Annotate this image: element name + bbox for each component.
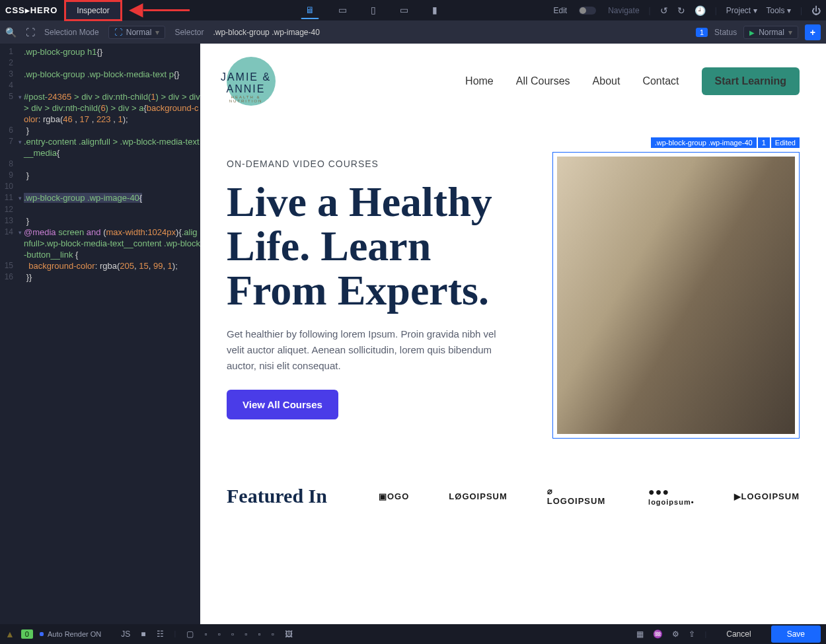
selector-label: Selector: [174, 28, 204, 37]
brand-logo: CSS▸HERO: [5, 5, 57, 15]
selection-mode-dropdown[interactable]: ⛶ Normal ▾: [108, 26, 166, 39]
subbar: 🔍 ⛶ Selection Mode ⛶ Normal ▾ Selector 1…: [0, 21, 826, 44]
nav-contact[interactable]: Contact: [642, 75, 679, 87]
power-icon[interactable]: ⏻: [811, 5, 821, 16]
selector-input[interactable]: [213, 28, 371, 37]
cta-start-learning[interactable]: Start Learning: [702, 67, 800, 95]
tools-dropdown[interactable]: Tools: [767, 6, 791, 15]
hero-lead: Get healthier by following lorem Ipsum. …: [227, 326, 504, 374]
bottombar: ▲ 0 Auto Render ON JS ■ ☷ | ▢ ▫ ▫ ▫ ▫ ▫ …: [0, 624, 826, 644]
tablet-landscape-icon[interactable]: ▭: [395, 1, 413, 19]
device-switcher: 🖥 ▭ ▯ ▭ ▮: [190, 1, 554, 19]
hero-section: ON-DEMAND VIDEO COURSES Live a Healthy L…: [200, 119, 826, 465]
undo-icon[interactable]: ↺: [660, 5, 668, 16]
screen-icon[interactable]: ▫: [258, 629, 261, 639]
cancel-button[interactable]: Cancel: [716, 626, 761, 643]
add-button[interactable]: +: [805, 24, 821, 40]
nav-about[interactable]: About: [593, 75, 620, 87]
inspector-tab[interactable]: Inspector: [64, 0, 122, 21]
history-icon[interactable]: 🕘: [695, 5, 706, 16]
mobile-icon[interactable]: ▮: [428, 1, 442, 19]
site-header: JAMIE & ANNIE HEALTH & NUTRITION Home Al…: [200, 44, 826, 119]
js-button[interactable]: JS: [121, 629, 130, 639]
export-icon[interactable]: ⇪: [689, 629, 695, 639]
selection-mode-label: Selection Mode: [44, 28, 99, 37]
featured-title: Featured In: [227, 485, 339, 507]
code-editor[interactable]: 1.wp-block-group h1{} 2 3.wp-block-group…: [0, 44, 200, 624]
status-dropdown[interactable]: ▶ Normal ▾: [743, 26, 798, 39]
selected-element-outline[interactable]: [552, 152, 800, 439]
partner-logo: ●●●logoipsum•: [648, 486, 694, 506]
hero-image: [557, 157, 795, 434]
screen-icon[interactable]: ▫: [204, 629, 207, 639]
screen-icon[interactable]: ▫: [218, 629, 221, 639]
redo-icon[interactable]: ↻: [677, 5, 685, 16]
edit-navigate-toggle[interactable]: [579, 7, 596, 15]
partner-logo: ▣OGO: [379, 491, 409, 501]
view-courses-button[interactable]: View All Courses: [227, 390, 338, 419]
hierarchy-icon[interactable]: ☷: [157, 629, 164, 639]
tablet-icon[interactable]: ▯: [366, 1, 381, 19]
featured-section: Featured In ▣OGO LØGOIPSUM ⌀ LOGOIPSUM ●…: [200, 465, 826, 547]
match-count-badge: 1: [696, 28, 708, 37]
selection-overlay: .wp-block-group .wp-image-40 1 Edited: [651, 137, 800, 148]
partner-logo: LØGOIPSUM: [449, 491, 507, 501]
annotation-arrow: ◀: [129, 0, 143, 20]
grid-icon[interactable]: ▦: [636, 629, 644, 639]
screen-icon[interactable]: ▫: [231, 629, 234, 639]
video-icon[interactable]: ■: [141, 629, 145, 639]
navigate-label: Navigate: [608, 6, 639, 15]
expand-icon[interactable]: ⛶: [26, 27, 35, 38]
screen-icon[interactable]: ▫: [244, 629, 247, 639]
site-logo[interactable]: JAMIE & ANNIE HEALTH & NUTRITION: [227, 57, 276, 106]
image-icon[interactable]: 🖼: [285, 629, 293, 639]
screen-icon[interactable]: ▫: [272, 629, 274, 639]
status-label: Status: [714, 28, 737, 37]
search-icon[interactable]: 🔍: [5, 27, 17, 38]
selection-count-chip: 1: [758, 137, 770, 148]
partner-logo: ⌀ LOGOIPSUM: [547, 486, 609, 506]
save-button[interactable]: Save: [771, 626, 821, 643]
hero-kicker: ON-DEMAND VIDEO COURSES: [227, 159, 526, 169]
partner-logo: ▶LOGOIPSUM: [734, 491, 800, 501]
edit-label: Edit: [554, 6, 568, 15]
topbar: CSS▸HERO Inspector ◀ 🖥 ▭ ▯ ▭ ▮ Edit Navi…: [0, 0, 826, 21]
nav-courses[interactable]: All Courses: [516, 75, 570, 87]
nav-home[interactable]: Home: [465, 75, 494, 87]
warning-icon[interactable]: ▲: [5, 629, 15, 639]
selection-selector-chip: .wp-block-group .wp-image-40: [651, 137, 757, 148]
auto-render-toggle[interactable]: Auto Render ON: [40, 630, 101, 638]
tree-icon[interactable]: ♒: [653, 629, 663, 639]
desktop-icon[interactable]: 🖥: [301, 1, 319, 19]
hero-title: Live a Healthy Life. Learn From Experts.: [227, 180, 526, 313]
selection-edited-chip: Edited: [771, 137, 800, 148]
gear-icon[interactable]: ⚙: [672, 629, 679, 639]
site-nav: Home All Courses About Contact Start Lea…: [465, 67, 800, 95]
screen-icon[interactable]: ▢: [186, 629, 194, 639]
project-dropdown[interactable]: Project: [726, 6, 757, 15]
warning-count: 0: [21, 629, 33, 639]
preview-frame[interactable]: JAMIE & ANNIE HEALTH & NUTRITION Home Al…: [200, 44, 826, 624]
laptop-icon[interactable]: ▭: [334, 1, 352, 19]
annotation-line: [143, 9, 190, 11]
